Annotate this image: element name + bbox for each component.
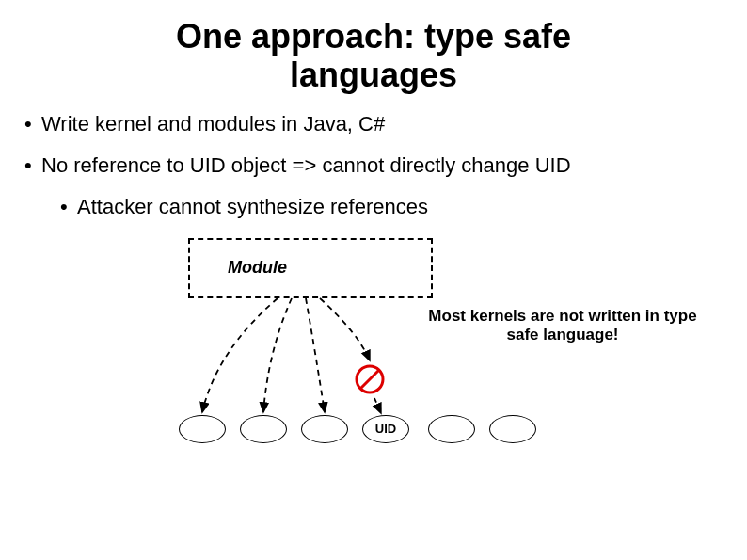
svg-line-1 — [360, 370, 379, 389]
slide-title: One approach: type safe languages — [0, 17, 747, 95]
uid-label: UID — [375, 422, 396, 436]
object-oval-1 — [179, 415, 226, 443]
bullet-2-sub-1: Attacker cannot synthesize references — [60, 195, 700, 219]
title-line-1: One approach: type safe — [176, 17, 571, 56]
annotation-text: Most kernels are not written in type saf… — [412, 307, 713, 345]
bullet-2: No reference to UID object => cannot dir… — [24, 153, 711, 178]
diagram-area: Module Most kernels are not written in t… — [0, 229, 747, 483]
object-oval-6 — [489, 415, 536, 443]
object-oval-3 — [301, 415, 348, 443]
bullet-1: Write kernel and modules in Java, C# — [24, 112, 711, 136]
module-label: Module — [228, 258, 287, 278]
object-oval-5 — [428, 415, 475, 443]
bullet-list: Write kernel and modules in Java, C# No … — [24, 112, 747, 219]
uid-oval: UID — [362, 415, 409, 443]
module-box: Module — [188, 238, 433, 298]
prohibit-icon — [354, 363, 386, 395]
object-oval-2 — [240, 415, 287, 443]
title-line-2: languages — [290, 56, 457, 94]
